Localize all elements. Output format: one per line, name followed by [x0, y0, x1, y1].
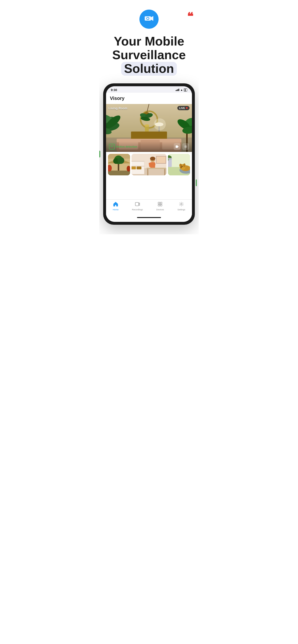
svg-rect-84: [135, 202, 139, 206]
svg-point-67: [150, 157, 155, 160]
home-indicator: [106, 214, 192, 221]
svg-rect-89: [160, 204, 162, 206]
status-time: 9:30: [111, 88, 117, 92]
main-camera-feed[interactable]: Living Room LIVE: [106, 104, 192, 152]
svg-point-19: [144, 124, 149, 127]
side-indicator-left: [99, 151, 100, 158]
camera-thumbnails: [108, 154, 190, 176]
svg-point-48: [117, 157, 124, 164]
devices-icon: [158, 202, 163, 208]
svg-marker-3: [151, 16, 153, 21]
svg-rect-58: [136, 166, 141, 170]
recordings-icon: [135, 202, 140, 208]
home-icon: [113, 202, 118, 208]
tab-home-label: Home: [113, 208, 118, 211]
camera-controls-bar: Motion detection: [106, 141, 192, 152]
svg-rect-63: [146, 168, 166, 169]
tab-devices[interactable]: Devices: [156, 202, 164, 211]
record-button[interactable]: [174, 143, 181, 150]
camera-thumb-courtyard[interactable]: [108, 154, 130, 176]
svg-point-82: [182, 166, 183, 167]
wifi-icon: ▲: [180, 88, 183, 91]
svg-marker-40: [178, 146, 179, 147]
empty-area: [106, 177, 192, 196]
app-header: Visory: [106, 93, 192, 104]
svg-rect-39: [176, 146, 178, 148]
svg-marker-85: [139, 203, 140, 205]
svg-rect-66: [156, 156, 166, 164]
svg-point-90: [181, 204, 182, 205]
svg-point-41: [185, 146, 186, 147]
tab-settings-label: Settings: [177, 208, 185, 211]
bottom-nav: Home Recordings: [106, 196, 192, 222]
decorative-quote: ❝: [187, 12, 193, 22]
svg-rect-56: [131, 166, 144, 166]
svg-point-38: [112, 145, 113, 146]
settings-icon: [179, 202, 184, 208]
tab-devices-label: Devices: [156, 208, 164, 211]
home-bar: [137, 217, 161, 218]
live-badge: LIVE: [177, 106, 190, 110]
phone-mockup: 9:30 ▲ ▌ Visory: [99, 84, 199, 225]
tab-home[interactable]: Home: [113, 202, 118, 211]
motion-icon: [109, 144, 115, 150]
camera-icon: [144, 14, 154, 24]
svg-rect-87: [160, 202, 162, 204]
svg-rect-57: [131, 166, 136, 170]
tab-recordings[interactable]: Recordings: [132, 202, 143, 211]
svg-point-37: [154, 118, 166, 130]
status-bar: 9:30 ▲ ▌: [106, 86, 192, 93]
motion-detection-indicator: Motion detection: [109, 144, 137, 150]
svg-rect-55: [131, 161, 144, 162]
camera-thumb-dog[interactable]: [168, 154, 190, 176]
header-area: ❝ Your Mobile Surveillance Solution: [99, 0, 199, 76]
status-icons: ▲ ▌: [176, 88, 187, 92]
hero-title: Your Mobile Surveillance Solution: [106, 34, 192, 76]
room-label: Living Room: [108, 106, 127, 110]
app-page: ❝ Your Mobile Surveillance Solution 9:30: [99, 0, 199, 234]
svg-rect-88: [158, 204, 160, 206]
svg-rect-64: [147, 169, 148, 176]
camera-grid: [106, 152, 192, 177]
camera-action-buttons: [174, 143, 189, 150]
side-indicator-right: [196, 180, 197, 186]
live-dot: [186, 107, 188, 109]
tab-recordings-label: Recordings: [132, 208, 143, 211]
svg-rect-65: [164, 169, 165, 176]
signal-icon: [176, 89, 179, 91]
svg-point-2: [147, 18, 149, 20]
svg-rect-18: [145, 126, 149, 132]
phone-screen: 9:30 ▲ ▌ Visory: [106, 86, 192, 222]
svg-point-83: [181, 167, 182, 168]
svg-rect-86: [158, 202, 160, 204]
svg-rect-13: [131, 132, 167, 139]
battery-icon: ▌: [184, 88, 187, 92]
app-logo[interactable]: [139, 10, 159, 29]
settings-button[interactable]: [182, 143, 189, 150]
tab-settings[interactable]: Settings: [177, 202, 185, 211]
camera-thumb-child[interactable]: [131, 154, 167, 176]
tab-bar: Home Recordings: [106, 199, 192, 214]
phone-frame: 9:30 ▲ ▌ Visory: [103, 84, 195, 225]
app-name-label: Visory: [110, 96, 124, 101]
